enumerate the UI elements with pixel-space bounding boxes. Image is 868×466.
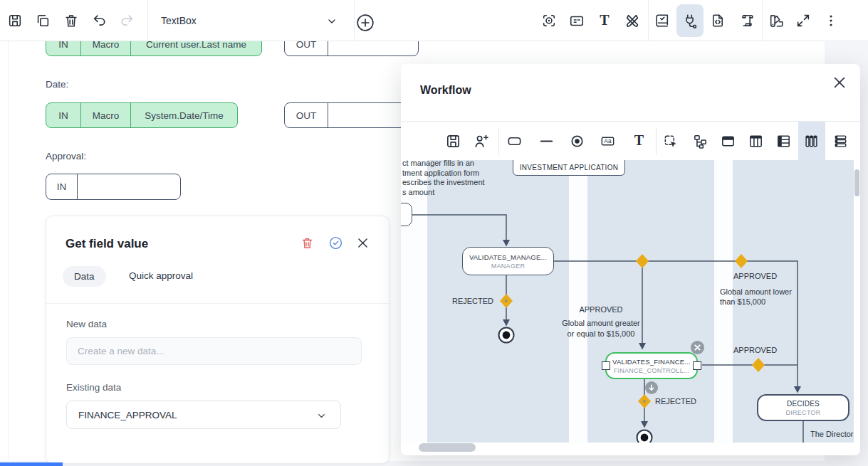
form-card-icon[interactable] bbox=[569, 13, 585, 28]
workflow-toolbar: Aa T bbox=[401, 121, 860, 160]
select-transform-icon[interactable] bbox=[662, 133, 679, 149]
design-pencils-icon[interactable] bbox=[624, 13, 640, 28]
rules-book-icon[interactable] bbox=[654, 13, 670, 28]
more-menu-icon[interactable] bbox=[823, 13, 839, 28]
table-columns-icon[interactable] bbox=[748, 133, 764, 149]
label-approved-right: APPROVED Global amount lower than $15,00… bbox=[720, 271, 798, 307]
new-data-input[interactable]: Create a new data... bbox=[66, 337, 362, 365]
approval-field-label: Approval: bbox=[46, 151, 86, 161]
lane-title-investment-application[interactable]: INVESTMENT APPLICATION bbox=[513, 160, 625, 176]
existing-data-select[interactable]: FINANCE_APPROVAL bbox=[66, 401, 341, 429]
label-director-note: The Director bbox=[810, 430, 854, 438]
selected-element-label: TextBox bbox=[161, 15, 197, 26]
label-rejected-manager: REJECTED bbox=[450, 297, 493, 305]
redo-icon bbox=[119, 13, 135, 28]
move-down-badge[interactable] bbox=[645, 381, 658, 394]
toolbar-separator bbox=[147, 0, 148, 41]
connections-plug-icon[interactable] bbox=[682, 13, 698, 28]
horizontal-lanes-icon[interactable] bbox=[832, 133, 849, 149]
node-validates-manager[interactable]: VALIDATES_MANAGE... MANAGER bbox=[462, 247, 554, 275]
flow-nodes-icon[interactable] bbox=[692, 133, 708, 149]
end-state-2 bbox=[637, 430, 652, 443]
in-value-empty[interactable] bbox=[77, 174, 180, 199]
connector-handle-right[interactable] bbox=[693, 361, 701, 370]
top-toolbar: TextBox T bbox=[0, 0, 868, 41]
connector-start-to-manager bbox=[412, 215, 506, 240]
tab-data[interactable]: Data bbox=[63, 266, 106, 287]
titled-frame-icon[interactable] bbox=[720, 133, 736, 149]
node-subtitle: MANAGER bbox=[491, 263, 525, 270]
bottom-progress-bar bbox=[0, 462, 63, 466]
node-title: DECIDES bbox=[787, 400, 820, 408]
horizontal-scrollbar[interactable] bbox=[401, 443, 860, 455]
duplicate-icon[interactable] bbox=[35, 13, 51, 28]
tab-quick-approval[interactable]: Quick approval bbox=[129, 270, 193, 281]
label-approved-mid: APPROVED Global amount greater or equal … bbox=[554, 305, 648, 339]
fullscreen-icon[interactable] bbox=[795, 13, 811, 28]
chevron-down-icon[interactable] bbox=[326, 16, 338, 27]
in-box-approval[interactable]: IN bbox=[46, 174, 181, 200]
field-pill-date[interactable]: IN Macro System.Date/Time bbox=[46, 102, 238, 128]
horizontal-scrollbar-thumb[interactable] bbox=[419, 443, 476, 452]
save-icon[interactable] bbox=[445, 133, 461, 149]
sidebar-rows-icon[interactable] bbox=[775, 133, 792, 149]
undo-icon[interactable] bbox=[92, 13, 108, 28]
node-decides[interactable]: DECIDES DIRECTOR bbox=[757, 394, 849, 421]
date-field-label: Date: bbox=[46, 79, 68, 90]
new-data-label: New data bbox=[66, 319, 107, 329]
code-file-icon[interactable] bbox=[710, 13, 726, 28]
pill-in-label: IN bbox=[46, 103, 80, 127]
add-element-icon[interactable] bbox=[356, 14, 375, 32]
diagram-note-text: ct manager fills in an tment application… bbox=[402, 160, 485, 197]
node-subtitle: DIRECTOR bbox=[785, 409, 820, 416]
shape-line-icon[interactable] bbox=[538, 133, 555, 149]
shape-label-icon[interactable]: Aa bbox=[600, 133, 616, 149]
add-person-icon[interactable] bbox=[473, 133, 489, 149]
delete-icon[interactable] bbox=[63, 13, 79, 28]
workflow-panel: Workflow Aa T bbox=[401, 64, 860, 455]
delete-icon[interactable] bbox=[300, 236, 314, 250]
existing-data-value: FINANCE_APPROVAL bbox=[78, 410, 177, 420]
end-state-1 bbox=[499, 328, 514, 343]
get-field-value-card: Get field value Data Quick approval New … bbox=[46, 216, 389, 464]
close-icon[interactable] bbox=[356, 236, 370, 250]
pill-macro-label: Macro bbox=[80, 103, 130, 127]
node-subtitle: FINANCE_CONTROLL... bbox=[614, 367, 690, 374]
vertical-scrollbar-thumb[interactable] bbox=[854, 169, 859, 196]
existing-data-label: Existing data bbox=[66, 382, 121, 393]
workflow-canvas[interactable]: INVESTMENT APPLICATION ct manager fills … bbox=[401, 160, 854, 443]
node-title: VALIDATES_FINANCE... bbox=[612, 358, 691, 366]
theme-swatches-icon[interactable] bbox=[768, 13, 784, 28]
close-icon[interactable] bbox=[832, 75, 847, 90]
svg-text:Aa: Aa bbox=[605, 138, 612, 144]
connector-handle-left[interactable] bbox=[602, 361, 610, 370]
preview-eye-icon[interactable] bbox=[541, 13, 557, 28]
out-box-date[interactable]: OUT bbox=[284, 102, 419, 128]
remove-node-badge[interactable] bbox=[691, 341, 704, 354]
toolbar-separator bbox=[762, 0, 763, 41]
workflow-title: Workflow bbox=[420, 84, 471, 97]
node-title: VALIDATES_MANAGE... bbox=[469, 253, 547, 261]
shape-end-state-icon[interactable] bbox=[569, 133, 585, 149]
save-icon[interactable] bbox=[7, 13, 23, 28]
text-tool-icon[interactable]: T bbox=[597, 12, 612, 28]
start-node[interactable] bbox=[401, 203, 412, 226]
script-scroll-icon[interactable] bbox=[739, 13, 755, 28]
out-label: OUT bbox=[285, 103, 328, 127]
chevron-down-icon bbox=[316, 411, 327, 421]
pill-value-label: System.Date/Time bbox=[130, 103, 237, 127]
element-selector-dropdown[interactable]: TextBox bbox=[161, 0, 197, 41]
in-label: IN bbox=[46, 174, 77, 199]
toolbar-separator bbox=[648, 0, 649, 41]
toolbar-separator bbox=[498, 127, 499, 155]
vertical-lanes-icon[interactable] bbox=[803, 133, 820, 149]
label-rejected-finance: REJECTED bbox=[655, 397, 696, 406]
text-tool-icon[interactable]: T bbox=[631, 132, 647, 149]
content-left-divider bbox=[8, 41, 9, 461]
approve-check-icon[interactable] bbox=[329, 236, 343, 250]
node-validates-finance[interactable]: VALIDATES_FINANCE... FINANCE_CONTROLL... bbox=[605, 352, 698, 379]
new-data-placeholder: Create a new data... bbox=[78, 346, 164, 356]
toolbar-separator bbox=[354, 0, 355, 41]
label-approved-finance: APPROVED bbox=[733, 346, 777, 354]
shape-state-icon[interactable] bbox=[506, 133, 523, 149]
